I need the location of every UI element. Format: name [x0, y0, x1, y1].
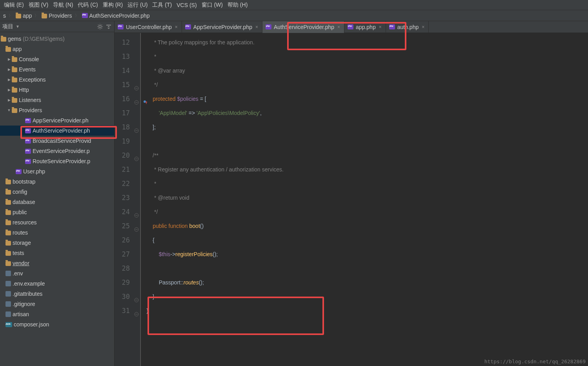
tree-folder[interactable]: ▶Events — [0, 64, 114, 75]
tree-file[interactable]: .env — [0, 268, 114, 279]
tree-arrow-icon[interactable]: ▶ — [6, 57, 12, 61]
crumb-app[interactable]: app — [14, 13, 40, 19]
tree-file[interactable]: artisan — [0, 309, 114, 319]
menu-window[interactable]: 窗口 (W) — [199, 2, 225, 9]
code-line[interactable]: ]; — [140, 120, 588, 134]
menu-help[interactable]: 帮助 (H) — [225, 2, 250, 9]
tree-item-label: .gitignore — [13, 301, 35, 307]
tree-file-user[interactable]: User.php — [0, 166, 114, 177]
fold-icon[interactable] — [134, 308, 139, 312]
tree-file[interactable]: AuthServiceProvider.ph — [0, 126, 114, 136]
menu-run[interactable]: 运行 (U) — [125, 2, 150, 9]
code-line[interactable]: * — [140, 49, 588, 64]
tree-folder[interactable]: bootstrap — [0, 177, 114, 187]
code-editor[interactable]: 1213141516171819202122232425262728293031… — [115, 33, 588, 366]
tree-file[interactable]: composer.json — [0, 319, 114, 330]
close-icon[interactable]: × — [421, 24, 425, 30]
tree-arrow-icon[interactable]: ▼ — [6, 108, 12, 112]
menu-edit[interactable]: 编辑 (E) — [2, 2, 26, 9]
tree-file[interactable]: EventServiceProvider.p — [0, 146, 114, 156]
tree-folder[interactable]: storage — [0, 238, 114, 248]
close-icon[interactable]: × — [337, 24, 341, 30]
crumb-file[interactable]: AuthServiceProvider.php — [80, 13, 151, 19]
tree-folder[interactable]: ▶Listeners — [0, 95, 114, 105]
code-line[interactable]: */ — [140, 78, 588, 92]
tree-file[interactable]: .env.example — [0, 279, 114, 289]
code-line[interactable] — [140, 261, 588, 275]
code-line[interactable]: * @var array — [140, 64, 588, 78]
tree-file[interactable]: .gitattributes — [0, 289, 114, 299]
editor-tab[interactable]: UserController.php× — [115, 21, 182, 33]
fold-icon[interactable] — [134, 82, 139, 86]
sidebar-title: 项目 — [2, 23, 13, 30]
code-line[interactable]: } — [140, 304, 588, 318]
line-number: 19 — [115, 134, 140, 148]
tree-folder[interactable]: routes — [0, 228, 114, 238]
code-line[interactable]: { — [140, 233, 588, 247]
code-area[interactable]: * The policy mappings for the applicatio… — [140, 33, 588, 366]
tree-folder[interactable]: resources — [0, 217, 114, 228]
collapse-icon[interactable] — [106, 24, 112, 30]
tree-arrow-icon[interactable]: ▶ — [6, 67, 12, 71]
code-line[interactable]: /** — [140, 148, 588, 162]
tree-arrow-icon[interactable]: ▶ — [6, 88, 12, 92]
tree-item-label: RouteServiceProvider.p — [33, 158, 90, 164]
tree-file[interactable]: BroadcastServiceProvid — [0, 136, 114, 146]
tree-folder[interactable]: config — [0, 187, 114, 197]
tree-file[interactable]: RouteServiceProvider.p — [0, 156, 114, 166]
menu-view[interactable]: 视图 (V) — [26, 2, 51, 9]
menu-nav[interactable]: 导航 (N) — [51, 2, 75, 9]
tree-arrow-icon[interactable]: ▶ — [6, 78, 12, 82]
gear-icon[interactable] — [97, 24, 103, 30]
chevron-down-icon[interactable]: ▼ — [16, 24, 20, 29]
crumb-root[interactable]: s — [2, 13, 14, 19]
tree-folder[interactable]: public — [0, 207, 114, 217]
code-line[interactable]: * The policy mappings for the applicatio… — [140, 35, 588, 49]
tree-folder[interactable]: vendor — [0, 258, 114, 268]
menu-tools[interactable]: 工具 (T) — [150, 2, 174, 9]
menu-vcs[interactable]: VCS (S) — [174, 2, 199, 8]
code-line[interactable]: */ — [140, 205, 588, 219]
crumb-providers[interactable]: Providers — [40, 13, 80, 19]
code-line[interactable]: protected $policies = [ — [140, 92, 588, 106]
fold-icon[interactable] — [134, 209, 139, 213]
tree-item-label: EventServiceProvider.p — [33, 148, 90, 154]
fold-icon[interactable] — [134, 293, 139, 298]
tree-item-label: composer.json — [14, 321, 49, 328]
file-icon — [5, 281, 11, 286]
tree-folder[interactable]: ▶Exceptions — [0, 75, 114, 85]
svg-rect-9 — [106, 25, 111, 25]
close-icon[interactable]: × — [174, 24, 178, 30]
tree-folder[interactable]: ▶Console — [0, 54, 114, 64]
editor-tab[interactable]: AppServiceProvider.php× — [182, 21, 262, 33]
tree-file[interactable]: AppServiceProvider.ph — [0, 115, 114, 126]
fold-icon[interactable] — [134, 223, 139, 228]
code-line[interactable]: Passport::routes(); — [140, 275, 588, 290]
code-line[interactable]: * @return void — [140, 191, 588, 205]
editor-tab[interactable]: AuthServiceProvider.php× — [262, 21, 344, 33]
code-line[interactable]: * — [140, 177, 588, 191]
menu-refactor[interactable]: 重构 (R) — [100, 2, 125, 9]
editor-tab[interactable]: app.php× — [344, 21, 386, 33]
code-line[interactable] — [140, 134, 588, 148]
tree-folder[interactable]: database — [0, 197, 114, 207]
editor-tab[interactable]: auth.php× — [386, 21, 429, 33]
tree-folder[interactable]: ▶Http — [0, 85, 114, 95]
code-line[interactable]: $this->registerPolicies(); — [140, 247, 588, 261]
tree-folder[interactable]: ▼Providers — [0, 105, 114, 115]
code-line[interactable]: * Register any authentication / authoriz… — [140, 162, 588, 177]
tree-root[interactable]: gems (D:\GEMS\gems) — [0, 34, 114, 44]
tree-file[interactable]: .gitignore — [0, 299, 114, 309]
fold-icon[interactable] — [134, 124, 139, 129]
code-line[interactable]: } — [140, 290, 588, 304]
fold-icon[interactable] — [134, 96, 139, 100]
tree-arrow-icon[interactable]: ▶ — [6, 98, 12, 102]
code-line[interactable]: 'App\Model' => 'App\Policies\ModelPolicy… — [140, 106, 588, 120]
code-line[interactable]: public function boot() — [140, 219, 588, 233]
tree-folder-app[interactable]: app — [0, 44, 114, 54]
tree-folder[interactable]: tests — [0, 248, 114, 258]
close-icon[interactable]: × — [255, 24, 259, 30]
fold-icon[interactable] — [134, 152, 139, 157]
menu-code[interactable]: 代码 (C) — [75, 2, 100, 9]
close-icon[interactable]: × — [378, 24, 382, 30]
